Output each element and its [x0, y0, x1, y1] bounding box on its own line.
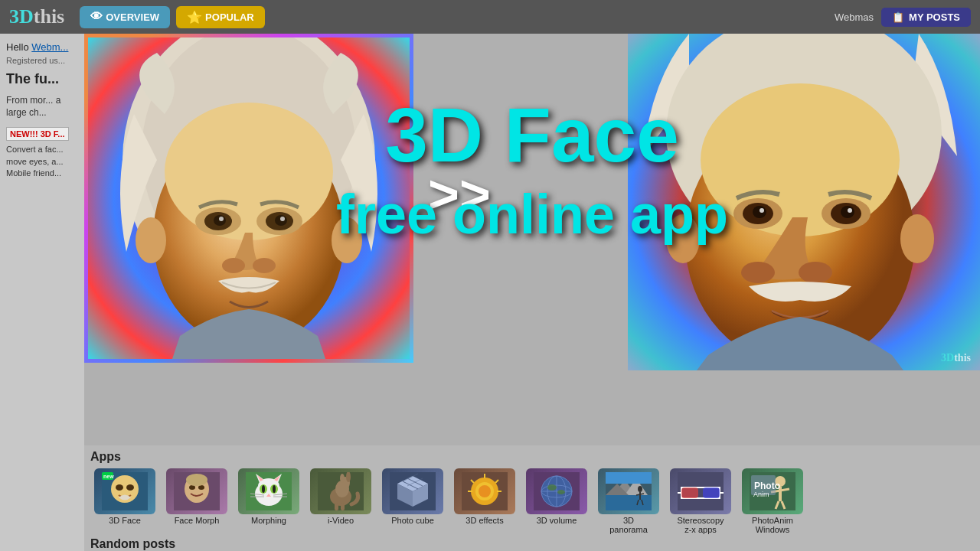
svg-point-91 [547, 484, 557, 491]
logo[interactable]: 3Dthis [9, 5, 64, 28]
hero-right-svg [628, 34, 980, 370]
app-label-photoanim: PhotoAnimWindows [752, 516, 793, 534]
popular-label: POPULAR [205, 11, 254, 23]
registered-text: Registered us... [6, 56, 78, 65]
apps-grid: new 3D Face [90, 468, 974, 534]
app-3deffects[interactable]: 3D effects [450, 468, 519, 525]
svg-point-29 [760, 208, 764, 213]
app-label-3dvolume: 3D volume [537, 516, 577, 525]
my-posts-label: MY POSTS [909, 11, 960, 23]
app-icon-3deffects [454, 468, 515, 514]
app-icon-stereoscopy [670, 468, 731, 514]
svg-point-27 [753, 206, 766, 218]
my-posts-button[interactable]: 📋 MY POSTS [881, 8, 971, 27]
app-facemorph[interactable]: Face Morph [162, 468, 231, 525]
overview-button[interactable]: 👁 OVERVIEW [80, 6, 170, 28]
svg-rect-94 [606, 495, 652, 510]
app-label-ivideo: i-Video [328, 516, 354, 525]
center-panel: >> [84, 34, 980, 551]
description-text: From mor... a large ch... [6, 94, 78, 120]
header: 3Dthis 👁 OVERVIEW ⭐ POPULAR Webmas 📋 MY … [0, 0, 980, 34]
svg-point-41 [189, 485, 195, 490]
app-icon-ivideo [310, 468, 371, 514]
svg-point-12 [280, 217, 285, 221]
my-posts-icon: 📋 [892, 11, 904, 23]
app-label-morphing: Morphing [251, 516, 286, 525]
hero-left-image [84, 34, 413, 363]
svg-point-21 [741, 262, 775, 283]
app-label-3dpanorama: 3Dpanorama [609, 516, 648, 534]
app-photoanim[interactable]: Photo Anim PhotoAnimWindows [738, 468, 807, 534]
app-icon-photocube [382, 468, 443, 514]
tagline-text: The fu... [6, 71, 78, 88]
apps-title: Apps [90, 450, 974, 464]
svg-point-4 [165, 103, 333, 240]
hero-arrow: >> [428, 164, 491, 225]
random-posts-title: Random posts [90, 537, 974, 551]
app-label-photocube: Photo cube [391, 516, 434, 525]
app-label-3dface: 3D Face [109, 516, 141, 525]
app-icon-photoanim: Photo Anim [742, 468, 803, 514]
app-3dvolume[interactable]: 3D volume [522, 468, 591, 525]
app-stereoscopy[interactable]: Stereoscopyz-x apps [666, 468, 735, 534]
svg-point-32 [900, 214, 934, 263]
app-icon-3dface: new [94, 468, 155, 514]
apps-section: Apps [90, 450, 974, 534]
svg-rect-105 [681, 487, 698, 498]
svg-point-13 [222, 258, 245, 273]
svg-point-99 [638, 486, 642, 492]
svg-point-28 [841, 206, 854, 218]
svg-point-54 [273, 485, 276, 493]
svg-point-11 [219, 217, 224, 221]
app-photocube[interactable]: Photo cube [378, 468, 447, 525]
svg-point-30 [848, 208, 852, 213]
app-label-facemorph: Face Morph [175, 516, 220, 525]
header-right: Webmas 📋 MY POSTS [835, 8, 971, 27]
svg-rect-98 [606, 472, 652, 484]
app-3dface[interactable]: new 3D Face [90, 468, 159, 525]
feature-description: Convert a fac... move eyes, a... Mobile … [6, 144, 78, 179]
svg-point-92 [557, 490, 565, 494]
svg-rect-67 [341, 503, 345, 510]
content: Hello Webm... Registered us... The fu...… [0, 34, 980, 551]
svg-point-53 [262, 485, 265, 493]
new-badge: NEW!!! 3D F... [6, 127, 69, 141]
username-label: Webmas [835, 11, 874, 23]
app-icon-facemorph [166, 468, 227, 514]
app-3dpanorama[interactable]: 3Dpanorama [594, 468, 663, 534]
svg-point-15 [136, 217, 166, 263]
svg-point-64 [340, 474, 345, 483]
popular-icon: ⭐ [187, 10, 202, 24]
svg-rect-66 [335, 503, 338, 510]
left-panel: Hello Webm... Registered us... The fu...… [0, 34, 84, 551]
hello-text: Hello Webm... [6, 41, 78, 53]
watermark: 3Dthis [941, 352, 971, 364]
svg-text:Anim: Anim [753, 491, 769, 498]
svg-point-36 [126, 484, 134, 491]
app-morphing[interactable]: Morphing [234, 468, 303, 525]
app-label-stereoscopy: Stereoscopyz-x apps [677, 516, 724, 534]
popular-button[interactable]: ⭐ POPULAR [176, 6, 265, 28]
app-icon-3dvolume [526, 468, 587, 514]
app-ivideo[interactable]: i-Video [306, 468, 375, 525]
bottom-section: Apps [84, 445, 980, 551]
svg-point-31 [666, 214, 700, 263]
svg-text:Photo: Photo [754, 481, 780, 491]
svg-point-22 [799, 262, 832, 283]
username-link[interactable]: Webm... [31, 41, 68, 53]
app-icon-3dpanorama [598, 468, 659, 514]
svg-point-84 [479, 485, 491, 497]
overview-label: OVERVIEW [106, 11, 159, 23]
svg-text:new: new [103, 474, 114, 479]
svg-point-14 [253, 258, 276, 273]
app-label-3deffects: 3D effects [466, 516, 503, 525]
hero-left-svg [88, 37, 410, 359]
svg-point-43 [186, 474, 207, 486]
app-icon-morphing [238, 468, 299, 514]
hero-right-image: 3Dthis [612, 34, 980, 370]
nav-buttons: 👁 OVERVIEW ⭐ POPULAR [80, 6, 264, 28]
svg-point-42 [198, 485, 204, 490]
svg-rect-106 [703, 487, 720, 498]
svg-point-35 [116, 484, 123, 491]
overview-icon: 👁 [90, 10, 103, 24]
